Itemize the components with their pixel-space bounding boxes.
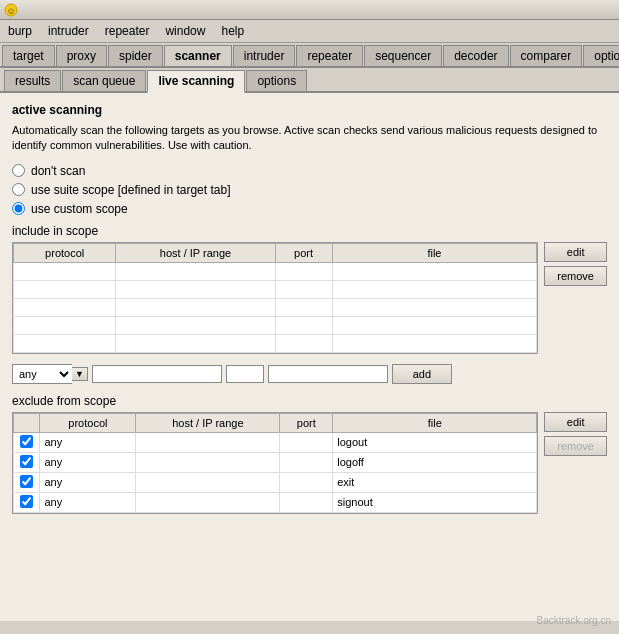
exclude-row-file-3: signout	[333, 492, 537, 512]
section-title: active scanning	[12, 103, 607, 117]
tab-results[interactable]: results	[4, 70, 61, 91]
radio-custom-scope-label: use custom scope	[31, 202, 128, 216]
exclude-col-host: host / IP range	[136, 413, 280, 432]
title-bar: ☺	[0, 0, 619, 20]
exclude-remove-button[interactable]: remove	[544, 436, 607, 456]
exclude-edit-button[interactable]: edit	[544, 412, 607, 432]
tab-comparer[interactable]: comparer	[510, 45, 583, 66]
include-scope-table: protocol host / IP range port file	[13, 243, 537, 353]
exclude-row-host-3	[136, 492, 280, 512]
exclude-buttons: edit remove	[544, 412, 607, 456]
tab-spider[interactable]: spider	[108, 45, 163, 66]
top-tab-bar: target proxy spider scanner intruder rep…	[0, 43, 619, 68]
include-buttons: edit remove	[544, 242, 607, 286]
exclude-row-host-0	[136, 432, 280, 452]
tab-repeater[interactable]: repeater	[296, 45, 363, 66]
radio-custom-scope[interactable]	[12, 202, 25, 215]
radio-dont-scan[interactable]	[12, 164, 25, 177]
menu-bar: burp intruder repeater window help	[0, 20, 619, 43]
include-col-protocol: protocol	[14, 243, 116, 262]
app-icon: ☺	[4, 3, 18, 17]
menu-repeater[interactable]: repeater	[101, 22, 154, 40]
description-text: Automatically scan the following targets…	[12, 123, 607, 154]
include-empty-row-4	[14, 316, 537, 334]
exclude-row-port-2	[280, 472, 333, 492]
dropdown-arrow-icon[interactable]: ▼	[72, 367, 88, 381]
radio-custom-scope-row: use custom scope	[12, 202, 607, 216]
tab-scan-queue[interactable]: scan queue	[62, 70, 146, 91]
exclude-row-check-0[interactable]	[14, 432, 40, 452]
include-scope-section: protocol host / IP range port file edit …	[12, 242, 607, 360]
any-dropdown-container: any http https ▼	[12, 364, 88, 384]
include-empty-row-3	[14, 298, 537, 316]
port-input[interactable]	[226, 365, 264, 383]
add-row: any http https ▼ add	[12, 364, 607, 384]
menu-intruder[interactable]: intruder	[44, 22, 93, 40]
tab-scanner[interactable]: scanner	[164, 45, 232, 68]
include-scope-table-container: protocol host / IP range port file	[12, 242, 538, 354]
exclude-row-1: any logoff	[14, 452, 537, 472]
include-col-file: file	[332, 243, 537, 262]
include-empty-row-1	[14, 262, 537, 280]
exclude-row-check-1[interactable]	[14, 452, 40, 472]
any-select[interactable]: any http https	[12, 364, 72, 384]
include-remove-button[interactable]: remove	[544, 266, 607, 286]
exclude-row-2: any exit	[14, 472, 537, 492]
exclude-col-file: file	[333, 413, 537, 432]
sub-tab-bar: results scan queue live scanning options	[0, 68, 619, 93]
exclude-row-host-1	[136, 452, 280, 472]
exclude-row-check-2[interactable]	[14, 472, 40, 492]
exclude-row-port-1	[280, 452, 333, 472]
exclude-title: exclude from scope	[12, 394, 607, 408]
exclude-row-protocol-0: any	[40, 432, 136, 452]
tab-options[interactable]: options	[583, 45, 619, 66]
exclude-scope-table-container: protocol host / IP range port file any l…	[12, 412, 538, 514]
menu-help[interactable]: help	[217, 22, 248, 40]
radio-suite-scope-label: use suite scope [defined in target tab]	[31, 183, 230, 197]
include-edit-button[interactable]: edit	[544, 242, 607, 262]
svg-text:☺: ☺	[6, 5, 15, 15]
exclude-col-protocol: protocol	[40, 413, 136, 432]
tab-intruder[interactable]: intruder	[233, 45, 296, 66]
exclude-row-file-1: logoff	[333, 452, 537, 472]
exclude-row-host-2	[136, 472, 280, 492]
exclude-row-port-3	[280, 492, 333, 512]
tab-sequencer[interactable]: sequencer	[364, 45, 442, 66]
menu-window[interactable]: window	[161, 22, 209, 40]
exclude-row-protocol-1: any	[40, 452, 136, 472]
tab-options[interactable]: options	[246, 70, 307, 91]
exclude-row-port-0	[280, 432, 333, 452]
include-col-host: host / IP range	[116, 243, 275, 262]
include-title: include in scope	[12, 224, 607, 238]
tab-decoder[interactable]: decoder	[443, 45, 508, 66]
exclude-col-port: port	[280, 413, 333, 432]
include-empty-row-2	[14, 280, 537, 298]
exclude-scope-table: protocol host / IP range port file any l…	[13, 413, 537, 513]
tab-target[interactable]: target	[2, 45, 55, 66]
radio-dont-scan-row: don't scan	[12, 164, 607, 178]
exclude-col-check	[14, 413, 40, 432]
file-input[interactable]	[268, 365, 388, 383]
exclude-row-protocol-3: any	[40, 492, 136, 512]
include-col-port: port	[275, 243, 332, 262]
exclude-row-0: any logout	[14, 432, 537, 452]
include-empty-row-5	[14, 334, 537, 352]
radio-suite-scope[interactable]	[12, 183, 25, 196]
exclude-row-file-0: logout	[333, 432, 537, 452]
host-input[interactable]	[92, 365, 222, 383]
main-content: active scanning Automatically scan the f…	[0, 93, 619, 621]
exclude-row-3: any signout	[14, 492, 537, 512]
tab-live-scanning[interactable]: live scanning	[147, 70, 245, 93]
menu-burp[interactable]: burp	[4, 22, 36, 40]
radio-suite-scope-row: use suite scope [defined in target tab]	[12, 183, 607, 197]
exclude-row-protocol-2: any	[40, 472, 136, 492]
radio-dont-scan-label: don't scan	[31, 164, 85, 178]
add-button[interactable]: add	[392, 364, 452, 384]
exclude-row-check-3[interactable]	[14, 492, 40, 512]
exclude-row-file-2: exit	[333, 472, 537, 492]
exclude-scope-section: protocol host / IP range port file any l…	[12, 412, 607, 514]
tab-proxy[interactable]: proxy	[56, 45, 107, 66]
